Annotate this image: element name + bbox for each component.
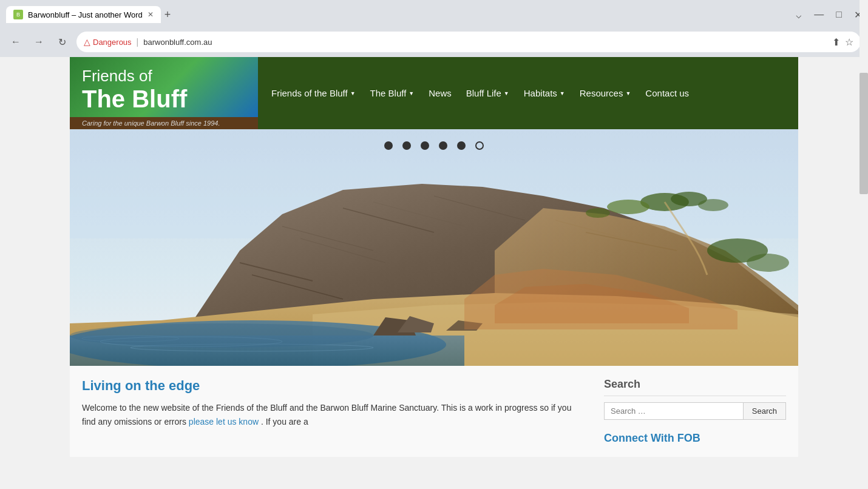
svg-point-27 [607, 200, 649, 214]
slider-dot-4[interactable] [439, 141, 447, 150]
slider-dot-1[interactable] [384, 141, 393, 150]
logo-friends-text: Friends of [82, 67, 246, 86]
nav-label-resources: Resources [580, 88, 623, 98]
connect-widget-title: Connect With FOB [604, 432, 786, 445]
nav-item-friends: Friends of the Bluff ▼ [264, 70, 363, 116]
chevron-down-icon: ▼ [625, 90, 631, 96]
address-divider: | [137, 37, 139, 47]
reload-button[interactable]: ↻ [53, 33, 70, 50]
forward-button[interactable]: → [30, 33, 47, 50]
slider-dot-6[interactable] [475, 141, 484, 150]
main-content-area: Living on the edge Welcome to the new we… [70, 366, 798, 457]
slider-dot-5[interactable] [457, 141, 466, 150]
main-right: Search Search Connect With FOB [604, 378, 786, 445]
search-form: Search [604, 402, 786, 420]
title-bar: B Barwonbluff – Just another Word ✕ + ⌵ … [0, 0, 868, 29]
address-url: barwonbluff.com.au [143, 38, 212, 47]
tab-close-button[interactable]: ✕ [147, 10, 154, 19]
address-actions: ⬆ ☆ [832, 36, 853, 48]
chevron-down-icon: ⌵ [796, 9, 802, 21]
let-us-know-link[interactable]: please let us know [189, 417, 259, 427]
paragraph-text: Welcome to the new website of the Friend… [82, 403, 571, 426]
site-header: Friends of The Bluff Caring for the uniq… [70, 57, 798, 129]
nav-item-news: News [421, 70, 459, 116]
address-bar[interactable]: △ Dangerous | barwonbluff.com.au ⬆ ☆ [76, 32, 861, 52]
security-label: Dangerous [93, 38, 132, 47]
window-controls: ⌵ — □ ✕ [796, 9, 862, 21]
security-warning: △ Dangerous [84, 37, 132, 47]
nav-item-resources: Resources ▼ [572, 70, 639, 116]
nav-list: Friends of the Bluff ▼ The Bluff ▼ News [258, 70, 798, 116]
nav-label-blufflife: Bluff Life [466, 88, 501, 98]
nav-item-contact: Contact us [638, 70, 696, 116]
nav-link-habitats[interactable]: Habitats ▼ [517, 70, 572, 116]
scrollbar [860, 0, 868, 457]
search-button[interactable]: Search [744, 402, 786, 420]
new-tab-button[interactable]: + [164, 8, 171, 21]
browser-tab[interactable]: B Barwonbluff – Just another Word ✕ [6, 6, 161, 23]
nav-item-blufflife: Bluff Life ▼ [459, 70, 517, 116]
logo-area: Friends of The Bluff Caring for the uniq… [70, 57, 258, 129]
search-input[interactable] [604, 402, 744, 420]
nav-link-bluff[interactable]: The Bluff ▼ [363, 70, 422, 116]
nav-link-contact[interactable]: Contact us [638, 70, 696, 116]
maximize-button[interactable]: □ [836, 9, 842, 21]
logo-the-bluff-text: The Bluff [82, 86, 246, 112]
main-left: Living on the edge Welcome to the new we… [82, 378, 604, 445]
address-bar-row: ← → ↻ △ Dangerous | barwonbluff.com.au ⬆… [0, 29, 868, 57]
minimize-button[interactable]: — [814, 9, 824, 21]
search-widget-title: Search [604, 378, 786, 396]
nav-link-blufflife[interactable]: Bluff Life ▼ [459, 70, 517, 116]
svg-point-20 [70, 323, 373, 348]
share-icon[interactable]: ⬆ [832, 36, 840, 48]
warning-icon: △ [84, 37, 90, 47]
nav-label-habitats: Habitats [524, 88, 557, 98]
site-wrapper: Friends of The Bluff Caring for the uniq… [70, 57, 798, 457]
page-content: Friends of The Bluff Caring for the uniq… [0, 57, 868, 457]
browser-chrome: B Barwonbluff – Just another Word ✕ + ⌵ … [0, 0, 868, 57]
slider-dots [384, 141, 484, 150]
nav-label-friends: Friends of the Bluff [271, 88, 348, 98]
main-nav: Friends of the Bluff ▼ The Bluff ▼ News [258, 57, 798, 129]
chevron-down-icon: ▼ [350, 90, 356, 96]
section-paragraph: Welcome to the new website of the Friend… [82, 401, 586, 428]
svg-point-30 [747, 254, 789, 272]
hero-image [70, 129, 798, 366]
nav-link-resources[interactable]: Resources ▼ [572, 70, 639, 116]
nav-item-habitats: Habitats ▼ [517, 70, 572, 116]
section-title: Living on the edge [82, 378, 586, 394]
nav-link-news[interactable]: News [421, 70, 459, 116]
svg-point-28 [586, 208, 610, 218]
logo-inner: Friends of The Bluff [70, 57, 258, 117]
nav-label-bluff: The Bluff [370, 88, 407, 98]
nav-label-news: News [429, 88, 452, 98]
logo-tagline: Caring for the unique Barwon Bluff since… [70, 117, 258, 129]
nav-item-bluff: The Bluff ▼ [363, 70, 422, 116]
back-button[interactable]: ← [7, 33, 24, 50]
bookmark-icon[interactable]: ☆ [845, 36, 853, 48]
paragraph-end: . If you are a [261, 417, 308, 427]
tab-title: Barwonbluff – Just another Word [28, 10, 143, 19]
chevron-down-icon: ▼ [409, 90, 414, 96]
scrollbar-thumb[interactable] [860, 73, 868, 194]
nav-link-friends[interactable]: Friends of the Bluff ▼ [264, 70, 363, 116]
slider-dot-2[interactable] [402, 141, 411, 150]
nav-label-contact: Contact us [645, 88, 689, 98]
slider-container [70, 129, 798, 366]
chevron-down-icon: ▼ [560, 90, 565, 96]
svg-point-26 [698, 199, 728, 211]
chevron-down-icon: ▼ [504, 90, 509, 96]
tab-favicon: B [13, 10, 23, 19]
slider-dot-3[interactable] [421, 141, 429, 150]
